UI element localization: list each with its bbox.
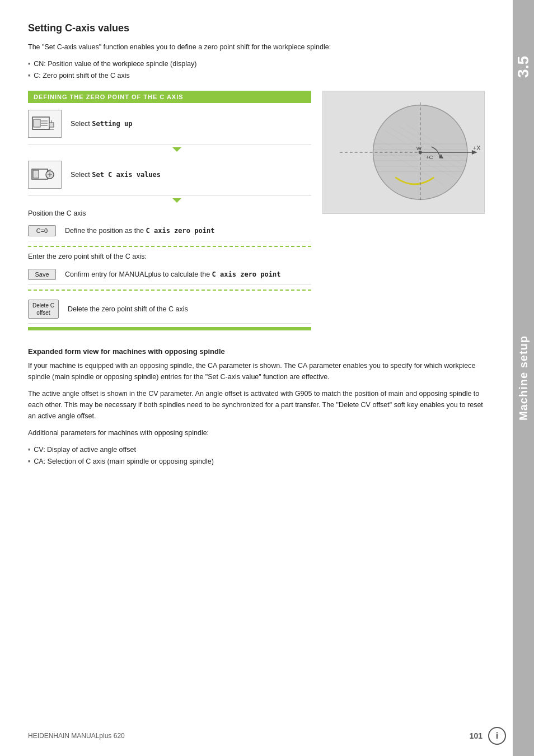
svg-rect-1 [34,119,40,127]
position-label: Position the C axis [28,209,311,217]
step-text-1: Select Setting up [71,119,132,129]
right-diagram: +X W +C [322,91,485,330]
step-icon-set-c-axis: +C [28,161,62,189]
expanded-para-3: Additional parameters for machines with … [28,427,485,438]
footer: HEIDENHAIN MANUALplus 620 101 i [28,727,506,745]
bullet-cn: CN: Position value of the workpiece spin… [28,58,485,70]
section-header: DEFINING THE ZERO POINT OF THE C AXIS [28,91,311,103]
svg-text:+C: +C [48,169,51,172]
info-icon: i [488,727,506,745]
arrow-icon-1 [172,147,181,152]
axis-diagram-box: +X W +C [322,91,485,214]
upper-section: DEFINING THE ZERO POINT OF THE C AXIS [28,91,485,330]
c-zero-text: Define the position as the C axis zero p… [65,226,214,236]
save-button[interactable]: Save [28,269,56,280]
sidebar-number: 3.5 [514,56,532,78]
c-zero-row: C=0 Define the position as the C axis ze… [28,221,311,241]
svg-text:+X: +X [473,144,481,151]
expanded-title: Expanded form view for machines with opp… [28,347,485,356]
save-text: Confirm entry for MANUALplus to calculat… [65,269,280,280]
svg-rect-5 [49,123,54,127]
divider-1 [28,246,311,247]
expanded-bullet-cv: CV: Display of active angle offset [28,444,485,456]
enter-zero-label: Enter the zero point shift of the C axis… [28,251,311,262]
step-icon-setting-up [28,110,62,138]
sidebar-label: Machine setup [517,335,530,421]
expanded-section: Expanded form view for machines with opp… [28,347,485,468]
c-zero-button[interactable]: C=0 [28,225,56,236]
delete-row: Delete Coffset Delete the zero point shi… [28,295,311,324]
divider-2 [28,290,311,291]
expanded-bullet-ca: CA: Selection of C axis (main spindle or… [28,456,485,468]
svg-text:+C: +C [426,154,433,160]
save-row: Save Confirm entry for MANUALplus to cal… [28,264,311,285]
svg-text:W: W [416,145,422,151]
step-row-1: Select Setting up [28,103,311,145]
svg-rect-9 [33,170,39,178]
step-row-2: +C Select Set C axis values [28,154,311,196]
expanded-para-2: The active angle offset is shown in the … [28,388,485,422]
bottom-green-bar [28,327,311,330]
side-tab: Machine setup 3.5 [513,0,534,756]
footer-page-number: 101 [470,731,483,740]
steps-column: DEFINING THE ZERO POINT OF THE C AXIS [28,91,311,330]
intro-bullets: CN: Position value of the workpiece spin… [28,58,485,82]
bullet-c: C: Zero point shift of the C axis [28,70,485,82]
expanded-para-1: If your machine is equipped with an oppo… [28,360,485,382]
delete-text: Delete the zero point shift of the C axi… [68,304,188,315]
expanded-bullets: CV: Display of active angle offset CA: S… [28,444,485,468]
position-section: Position the C axis C=0 Define the posit… [28,209,311,241]
step-text-2: Select Set C axis values [71,170,161,180]
delete-c-offset-button[interactable]: Delete Coffset [28,300,59,319]
footer-brand: HEIDENHAIN MANUALplus 620 [28,732,125,740]
arrow-icon-2 [172,198,181,203]
page-title: Setting C-axis values [28,22,485,34]
intro-paragraph: The "Set C-axis values" function enables… [28,42,485,53]
